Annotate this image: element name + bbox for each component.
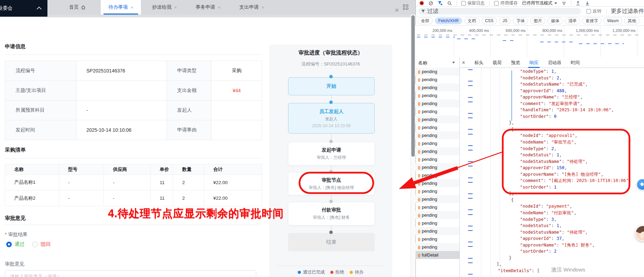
- filter-chip-JS[interactable]: JS: [499, 17, 511, 24]
- apps-grid-icon[interactable]: [403, 5, 408, 10]
- radio-option-通过[interactable]: 通过: [6, 241, 25, 248]
- filter-chip-文档[interactable]: 文档: [464, 17, 480, 24]
- request-row-pending[interactable]: {}pending: [415, 243, 459, 251]
- flow-node-title: 开始: [327, 83, 336, 89]
- close-detail-icon[interactable]: ×: [462, 60, 465, 66]
- json-request-icon: {}: [418, 237, 420, 241]
- flow-node-title: 发起申请: [322, 147, 341, 153]
- request-row-pending[interactable]: {}pending: [415, 163, 459, 171]
- info-label: 支出金额: [167, 81, 212, 101]
- request-row-pending[interactable]: {}pending: [415, 187, 459, 195]
- radio-option-驳回[interactable]: 驳回: [32, 241, 51, 248]
- tab-抄送给我[interactable]: 抄送给我×: [144, 0, 185, 15]
- network-overview-timeline[interactable]: 200,000 ms400,000 ms600,000 ms800,000 ms…: [415, 26, 644, 58]
- filter-chip-Wasm[interactable]: Wasm: [603, 17, 622, 24]
- request-row-pending[interactable]: {}pending: [415, 211, 459, 219]
- request-row-pending[interactable]: {}pending: [415, 84, 459, 92]
- gutter-dash: [468, 81, 473, 81]
- detail-tab-标头[interactable]: 标头: [474, 57, 483, 68]
- tab-close-icon[interactable]: ×: [261, 5, 264, 10]
- request-row-pending[interactable]: {}pending: [415, 203, 459, 211]
- filter-chip-其他[interactable]: 其他: [624, 17, 639, 24]
- flow-node-付款审批[interactable]: 付款审批审批人：[角色] 财务: [288, 202, 375, 225]
- disable-cache-checkbox[interactable]: 停用缓存: [494, 0, 518, 6]
- request-row-pending[interactable]: {}pending: [415, 139, 459, 147]
- request-name: pending: [422, 85, 437, 90]
- request-row-pending[interactable]: {}pending: [415, 235, 459, 243]
- request-row-pending[interactable]: {}pending: [415, 131, 459, 139]
- request-name: pending: [422, 93, 437, 98]
- filter-chip-图片[interactable]: 图片: [530, 17, 545, 24]
- request-row-pending[interactable]: {}pending: [415, 107, 459, 115]
- sidebar-header[interactable]: 业委会: [0, 0, 47, 17]
- flow-node-title: 员工发起人: [319, 109, 343, 115]
- tab-首页[interactable]: 首页: [57, 0, 97, 15]
- preserve-log-checkbox[interactable]: 保留日志: [461, 0, 485, 6]
- request-name: pending: [422, 77, 437, 82]
- flow-node-员工发起人[interactable]: 员工发起人发起人2025-10-14 10:10:06: [288, 103, 375, 133]
- response-json-view[interactable]: "nodeType": 1,"nodeStatus": 2,"nodeStatu…: [495, 68, 643, 274]
- invert-checkbox[interactable]: 反转: [587, 8, 601, 14]
- info-label: 所属预算科目: [5, 101, 77, 120]
- flow-node-发起申请[interactable]: 发起申请审批人：兰经理: [288, 142, 375, 165]
- request-row-pending[interactable]: {}pending: [415, 147, 459, 155]
- filter-chip-全部[interactable]: 全部: [418, 17, 433, 24]
- flow-node-审批节点[interactable]: 审批节点审批人：[角色] 物业经理: [288, 172, 375, 195]
- name-column-header[interactable]: 名称: [418, 60, 427, 66]
- request-type-chips: 全部Fetch/XHR文档CSSJS字体图片媒体清单套接字Wasm其他: [415, 16, 644, 26]
- clear-icon[interactable]: [428, 1, 433, 6]
- collapse-icon[interactable]: [37, 7, 42, 11]
- info-value: 采购: [212, 61, 261, 81]
- request-row-pending[interactable]: {}pending: [415, 227, 459, 235]
- export-har-icon[interactable]: [585, 1, 590, 6]
- screen: 首页待办事项×抄送给我×事务申请×支出申请× 业委会 审批处理 × 申请信息 流…: [0, 0, 644, 277]
- request-row-fullDetail[interactable]: {}fullDetail: [415, 251, 459, 259]
- throttle-select[interactable]: 已停用节流模式: [522, 0, 557, 6]
- request-row-pending[interactable]: {}pending: [415, 171, 459, 179]
- request-row-pending[interactable]: {}pending: [415, 195, 459, 203]
- request-row-pending[interactable]: {}pending: [415, 155, 459, 163]
- filter-chip-清单[interactable]: 清单: [565, 17, 580, 24]
- request-row-pending[interactable]: {}pending: [415, 115, 459, 123]
- import-har-icon[interactable]: [576, 1, 581, 6]
- record-icon[interactable]: [420, 1, 424, 5]
- comment-textarea[interactable]: 请输入审批意见（选填）: [5, 270, 256, 277]
- request-row-pending[interactable]: {}pending: [415, 179, 459, 187]
- json-line: "approverName": "[角色] 物业经理",: [495, 171, 643, 178]
- info-value: [77, 81, 167, 101]
- tab-close-icon[interactable]: ×: [174, 5, 177, 10]
- request-row-pending[interactable]: {}pending: [415, 123, 459, 131]
- request-row-pending[interactable]: {}pending: [415, 92, 459, 99]
- filter-chip-字体[interactable]: 字体: [513, 17, 528, 24]
- filter-chip-套接字[interactable]: 套接字: [582, 17, 601, 24]
- tab-事务申请[interactable]: 事务申请×: [188, 0, 228, 15]
- detail-tab-响应[interactable]: 响应: [529, 57, 538, 68]
- request-row-pending[interactable]: {}pending: [415, 68, 459, 76]
- detail-tab-载荷[interactable]: 载荷: [493, 57, 502, 68]
- network-filter-input[interactable]: 过滤: [418, 8, 581, 15]
- request-row-pending[interactable]: {}pending: [415, 99, 459, 107]
- detail-tab-预览[interactable]: 预览: [511, 57, 520, 68]
- request-row-pending[interactable]: {}pending: [415, 76, 459, 84]
- search-icon[interactable]: [447, 1, 452, 6]
- tab-支出申请[interactable]: 支出申请×: [232, 0, 272, 15]
- filter-funnel-icon[interactable]: [438, 1, 442, 6]
- more-filters-button[interactable]: 更多过滤条件: [611, 8, 644, 15]
- flow-node-dot: [329, 170, 333, 173]
- filter-chip-CSS[interactable]: CSS: [482, 17, 497, 24]
- flow-node-开始[interactable]: 开始: [288, 77, 375, 95]
- detail-tab-启动器[interactable]: 启动器: [548, 57, 561, 68]
- dialog-close-icon[interactable]: ×: [395, 6, 399, 14]
- tab-待办事项[interactable]: 待办事项×: [101, 0, 141, 15]
- filter-chip-媒体[interactable]: 媒体: [547, 17, 563, 24]
- flow-node-结束[interactable]: 结束: [288, 233, 375, 251]
- filter-chip-Fetch/XHR[interactable]: Fetch/XHR: [435, 17, 462, 24]
- filter-icon: [421, 9, 425, 13]
- request-row-pending[interactable]: {}pending: [415, 219, 459, 227]
- page-scrollbar-thumb[interactable]: [411, 15, 415, 157]
- purchase-header-row: 名称型号供应商单价数量合计: [5, 164, 262, 175]
- detail-tab-时间[interactable]: 时间: [571, 57, 580, 68]
- tab-close-icon[interactable]: ×: [131, 5, 133, 10]
- tab-close-icon[interactable]: ×: [218, 5, 221, 10]
- network-conditions-icon[interactable]: [562, 1, 566, 6]
